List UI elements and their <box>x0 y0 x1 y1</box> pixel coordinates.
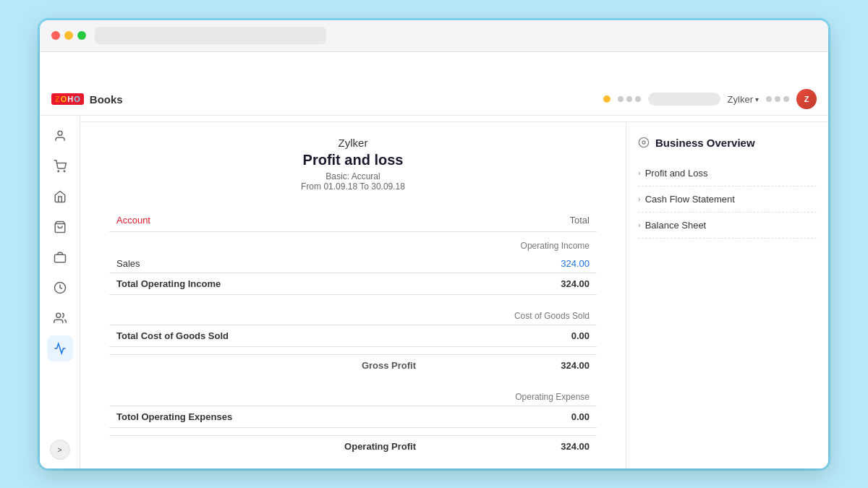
side-panel-title: Business Overview <box>655 137 755 149</box>
search-bar[interactable] <box>648 93 720 106</box>
report-content: Zylker Profit and loss Basic: Accural Fr… <box>80 122 626 468</box>
gross-profit-label: Gross Profit <box>109 354 503 376</box>
chevron-right-icon: › <box>638 221 641 229</box>
panel-item-cash-flow[interactable]: › Cash Flow Statement <box>638 187 817 213</box>
sidebar-item-banking[interactable] <box>47 184 73 210</box>
zoho-logo: Z O H O Books <box>51 93 123 106</box>
total-opex-label: Totol Operating Expenses <box>109 406 503 427</box>
status-dot <box>603 95 610 103</box>
svg-point-1 <box>58 131 62 135</box>
panel-item-label: Balance Sheet <box>645 220 707 231</box>
panel-item-label: Cash Flow Statement <box>645 194 735 205</box>
total-opex-value: 0.00 <box>503 406 597 427</box>
table-row: Operating Income <box>109 231 597 254</box>
sidebar-item-inventory[interactable] <box>47 244 73 270</box>
nav-dots <box>618 96 641 102</box>
operating-profit-value: 324.00 <box>503 435 597 457</box>
total-cogs-label: Total Cost of Goods Sold <box>109 325 503 346</box>
table-row: Operating Expense <box>109 383 597 406</box>
sidebar-item-team[interactable] <box>47 305 73 331</box>
sidebar-item-purchases[interactable] <box>47 214 73 240</box>
sidebar-item-reports[interactable] <box>47 335 73 361</box>
table-row: Cost of Goods Sold <box>109 302 597 325</box>
user-avatar[interactable]: Z <box>796 89 817 109</box>
report-subtitle-line2: From 01.09.18 To 30.09.18 <box>109 181 597 192</box>
col-account-header: Account <box>109 209 503 232</box>
total-operating-income-value: 324.00 <box>503 273 597 294</box>
sales-value: 324.00 <box>503 254 597 273</box>
table-row: Total Operating Income 324.00 <box>109 273 597 294</box>
chevron-right-icon: › <box>638 168 641 177</box>
company-name: Zylker <box>109 137 597 149</box>
report-table: Account Total Operating Income <box>109 209 597 468</box>
table-row: Gross Profit 324.00 <box>109 354 597 376</box>
table-row: Totol Operating Expenses 0.00 <box>109 406 597 427</box>
url-bar[interactable] <box>95 27 326 44</box>
svg-point-3 <box>64 171 65 172</box>
report-title: Profit and loss <box>109 152 597 168</box>
operating-profit-label: Operating Profit <box>109 435 503 457</box>
top-bar-right: Zylker ▾ Z <box>603 89 817 109</box>
table-row: Non Operating Income/Expense <box>109 464 597 468</box>
svg-point-2 <box>58 171 59 172</box>
panel-item-profit-and-loss[interactable]: › Profit and Loss <box>638 160 817 187</box>
report-subtitle-line1: Basic: Accural <box>109 171 597 181</box>
svg-point-9 <box>639 137 648 147</box>
sales-link[interactable]: Sales <box>109 254 503 273</box>
top-bar: Z O H O Books Zylke <box>40 84 828 116</box>
table-row: Operating Profit 324.00 <box>109 435 597 457</box>
table-row: Total Cost of Goods Sold 0.00 <box>109 325 597 346</box>
svg-point-7 <box>56 313 60 317</box>
sidebar: > <box>40 84 80 468</box>
report-header: Zylker Profit and loss Basic: Accural Fr… <box>109 137 597 192</box>
sidebar-item-shopping[interactable] <box>47 153 73 179</box>
total-operating-income-label: Total Operating Income <box>109 273 503 294</box>
user-name[interactable]: Zylker ▾ <box>728 94 759 105</box>
side-panel-header: Business Overview <box>638 137 817 149</box>
panel-item-label: Profit and Loss <box>645 168 708 179</box>
business-overview-icon <box>638 137 650 148</box>
table-row: Sales 324.00 <box>109 254 597 273</box>
svg-point-10 <box>642 141 645 144</box>
app-name: Books <box>90 93 123 106</box>
gross-profit-value: 324.00 <box>503 354 597 376</box>
svg-rect-5 <box>54 254 65 262</box>
sidebar-item-time[interactable] <box>47 275 73 301</box>
dot-green[interactable] <box>77 31 86 40</box>
dot-yellow[interactable] <box>64 31 73 40</box>
dot-red[interactable] <box>51 31 60 40</box>
col-total-header: Total <box>503 209 597 232</box>
total-cogs-value: 0.00 <box>503 325 597 346</box>
panel-item-balance-sheet[interactable]: › Balance Sheet <box>638 213 817 239</box>
zoho-badge: Z O H O <box>51 93 84 105</box>
chevron-right-icon: › <box>638 194 641 203</box>
content-area: 📅 This Month ▾ ⚙ Customize Report <box>80 84 828 468</box>
sidebar-item-profile[interactable] <box>47 123 73 149</box>
action-dots <box>766 96 789 102</box>
sidebar-expand-button[interactable]: > <box>50 440 70 460</box>
side-panel: Business Overview › Profit and Loss › Ca… <box>626 122 828 468</box>
